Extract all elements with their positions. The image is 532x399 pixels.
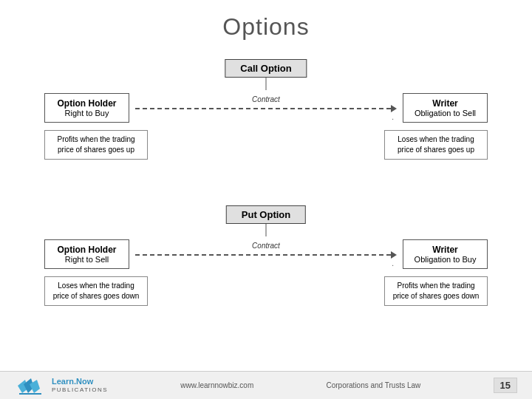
call-contract-arrow: Contract . <box>129 95 403 121</box>
call-writer-box: Writer Obligation to Sell <box>403 93 488 123</box>
put-contract-arrow: Contract . <box>129 242 403 267</box>
logo-icon <box>15 372 46 399</box>
footer-page-number: 15 <box>494 378 517 393</box>
call-desc-left: Profits when the trading price of shares… <box>44 130 148 160</box>
call-option-box: Call Option <box>225 59 307 78</box>
call-desc-right: Loses when the trading price of shares g… <box>384 130 488 160</box>
put-desc-right: Profits when the trading price of shares… <box>384 276 488 306</box>
footer-url: www.learnnowbiz.com <box>180 381 253 389</box>
put-option-box: Put Option <box>226 205 306 224</box>
page: Options Call Option Option Holder Right … <box>0 0 532 399</box>
footer-left: Learn.Now PUBLICATIONS <box>15 372 108 399</box>
put-holder-box: Option Holder Right to Sell <box>44 239 129 269</box>
footer-center-text: Corporations and Trusts Law <box>326 381 420 389</box>
svg-rect-3 <box>19 393 41 395</box>
footer: Learn.Now PUBLICATIONS www.learnnowbiz.c… <box>0 371 532 399</box>
put-desc-left: Loses when the trading price of shares g… <box>44 276 148 306</box>
put-writer-box: Writer Obligation to Buy <box>403 239 488 269</box>
page-title: Options <box>0 0 532 41</box>
call-holder-box: Option Holder Right to Buy <box>44 93 129 123</box>
